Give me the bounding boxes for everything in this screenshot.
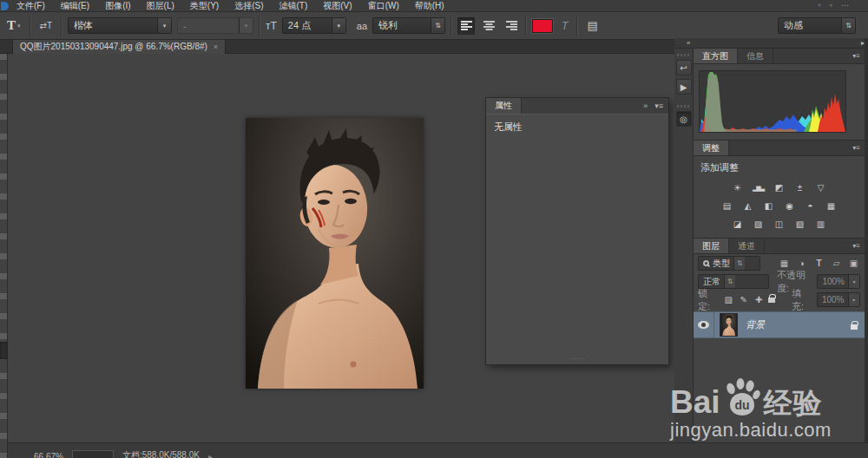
menu-view[interactable]: 视图(V) xyxy=(315,0,359,12)
lock-position-icon[interactable]: ✚ xyxy=(753,295,764,304)
lock-all-icon[interactable] xyxy=(768,298,775,303)
zoom-input[interactable] xyxy=(72,450,114,458)
levels-icon[interactable]: ▂▆▃ xyxy=(751,181,766,194)
type-tool-button[interactable]: T ▾ xyxy=(3,16,24,35)
panel-resize-grip[interactable]: ⋯⋯ xyxy=(569,355,585,363)
actions-panel-icon[interactable]: ▶ xyxy=(676,79,692,95)
menu-filter[interactable]: 滤镜(T) xyxy=(272,0,316,12)
filter-adjustment-icon[interactable]: ◑ xyxy=(795,258,808,268)
properties-panel[interactable]: 属性 » ▾≡ 无属性 ⋯⋯ xyxy=(486,98,668,364)
collapse-panel-icon[interactable]: » xyxy=(643,101,648,110)
close-icon[interactable]: × xyxy=(214,43,218,51)
workspace-value: 动感 xyxy=(784,19,803,32)
document-tab[interactable]: QQ图片20150313090447.jpg @ 66.7%(RGB/8#) × xyxy=(12,40,226,54)
warp-text-button[interactable]: T xyxy=(558,18,571,34)
blend-mode-value: 正常 xyxy=(703,276,720,288)
menu-help[interactable]: 帮助(H) xyxy=(407,0,452,12)
minimize-button[interactable]: ▫ xyxy=(819,1,821,10)
panel-menu-icon[interactable]: ▾≡ xyxy=(654,101,663,110)
menu-select[interactable]: 选择(S) xyxy=(227,0,271,12)
collapse-dock-icon[interactable]: « xyxy=(674,39,690,47)
brightness-contrast-icon[interactable]: ☀ xyxy=(730,181,746,194)
font-family-select[interactable]: 楷体 ▾ xyxy=(68,17,172,34)
tab-adjustments[interactable]: 调整 xyxy=(694,141,729,155)
history-panel-icon[interactable]: ↩ xyxy=(676,60,692,75)
layer-name[interactable]: 背景 xyxy=(746,318,765,331)
align-center-button[interactable] xyxy=(480,17,497,35)
vibrance-icon[interactable]: ▽ xyxy=(813,181,829,194)
exposure-icon[interactable]: ± xyxy=(792,181,808,194)
photo-filter-icon[interactable]: ◉ xyxy=(782,200,798,213)
more-controls-button[interactable]: ⋯ xyxy=(841,1,849,10)
selective-color-icon[interactable]: ▥ xyxy=(813,218,829,231)
properties-panel-header[interactable]: 属性 » ▾≡ xyxy=(486,98,668,114)
dock-drag-dots[interactable] xyxy=(677,105,691,108)
channel-mixer-icon[interactable]: ◓ xyxy=(803,200,819,213)
align-right-button[interactable] xyxy=(503,17,520,35)
threshold-icon[interactable]: ◫ xyxy=(772,218,787,231)
restore-button[interactable]: ▫ xyxy=(830,1,832,10)
tab-channels[interactable]: 通道 xyxy=(729,239,765,253)
chevron-down-icon: ▾ xyxy=(17,23,21,29)
chevron-down-icon: ▾ xyxy=(239,18,253,33)
opacity-select[interactable]: 100% ▾ xyxy=(817,274,860,289)
layer-visibility-toggle[interactable] xyxy=(694,312,714,337)
lock-transparent-icon[interactable]: ▨ xyxy=(723,295,733,304)
menu-window[interactable]: 窗口(W) xyxy=(360,0,407,12)
text-orientation-toggle[interactable]: ⇄T xyxy=(36,19,56,32)
dock-drag-dots[interactable] xyxy=(677,54,691,56)
dock-header: « ▸ xyxy=(674,38,868,49)
search-icon xyxy=(703,260,709,266)
layer-filter-select[interactable]: 类型 ⇅ xyxy=(698,256,760,271)
fill-select[interactable]: 100% ▾ xyxy=(817,292,860,307)
lock-pixels-icon[interactable]: ✎ xyxy=(738,295,748,304)
divider xyxy=(259,16,260,36)
curves-icon[interactable]: ◩ xyxy=(772,181,787,194)
menu-image[interactable]: 图像(I) xyxy=(97,0,138,12)
filter-pixel-icon[interactable]: ▦ xyxy=(778,258,791,268)
color-lookup-icon[interactable]: ▦ xyxy=(824,200,839,213)
font-style-value: - xyxy=(183,21,187,31)
tab-properties[interactable]: 属性 xyxy=(486,98,522,114)
document-size-text: 文档:588.0K/588.0K xyxy=(122,449,200,458)
tab-layers[interactable]: 图层 xyxy=(694,239,729,253)
adjustments-panel: 调整 ▾≡ 添加调整 ☀ ▂▆▃ ◩ ± ▽ ▤ ◭ ◧ ◉ ◓ ▦ ◪ ▨ xyxy=(694,140,865,231)
tab-histogram[interactable]: 直方图 xyxy=(694,49,738,63)
panel-menu-icon[interactable]: ▾≡ xyxy=(852,49,865,63)
gradient-map-icon[interactable]: ▧ xyxy=(792,218,808,231)
tab-info[interactable]: 信息 xyxy=(738,49,773,63)
workspace-select[interactable]: 动感 ⇅ xyxy=(778,17,856,34)
menu-layer[interactable]: 图层(L) xyxy=(139,0,182,12)
panel-menu-icon[interactable]: ▾≡ xyxy=(852,239,865,253)
properties-panel-icon[interactable]: ◎ xyxy=(676,111,692,127)
anti-alias-select[interactable]: 锐利 ⇅ xyxy=(372,17,445,34)
status-menu-arrow-icon[interactable]: ▸ xyxy=(208,452,213,458)
updown-arrows-icon: ⇅ xyxy=(841,18,855,33)
filter-smart-object-icon[interactable]: ▣ xyxy=(847,258,860,268)
align-left-button[interactable] xyxy=(457,17,475,35)
filter-type-icon[interactable]: T xyxy=(812,258,825,268)
document-image[interactable] xyxy=(246,118,424,389)
layer-thumbnail[interactable] xyxy=(720,313,738,337)
font-size-select[interactable]: 24 点 ▾ xyxy=(282,17,346,34)
font-family-value: 楷体 xyxy=(74,19,93,32)
tools-panel[interactable] xyxy=(0,54,8,458)
menu-edit[interactable]: 编辑(E) xyxy=(53,0,97,12)
color-balance-icon[interactable]: ◭ xyxy=(740,200,756,213)
toggle-character-panel-button[interactable]: ▤ xyxy=(583,17,601,34)
histogram-panel: 直方图 信息 ▾≡ xyxy=(694,49,865,133)
layer-row-background[interactable]: 背景 xyxy=(694,311,865,338)
hue-saturation-icon[interactable]: ▤ xyxy=(720,200,735,213)
divider xyxy=(61,16,62,36)
text-color-swatch[interactable] xyxy=(532,19,553,33)
posterize-icon[interactable]: ▨ xyxy=(751,218,766,231)
menu-type[interactable]: 类型(Y) xyxy=(182,0,227,12)
panel-menu-icon[interactable]: ▾≡ xyxy=(852,141,865,155)
invert-icon[interactable]: ◪ xyxy=(730,218,746,231)
black-white-icon[interactable]: ◧ xyxy=(761,200,777,213)
font-size-value: 24 点 xyxy=(288,19,311,32)
menu-file[interactable]: 文件(F) xyxy=(9,0,53,12)
divider xyxy=(525,16,527,36)
filter-shape-icon[interactable]: ▱ xyxy=(830,258,843,268)
add-adjustment-label: 添加调整 xyxy=(694,156,865,176)
